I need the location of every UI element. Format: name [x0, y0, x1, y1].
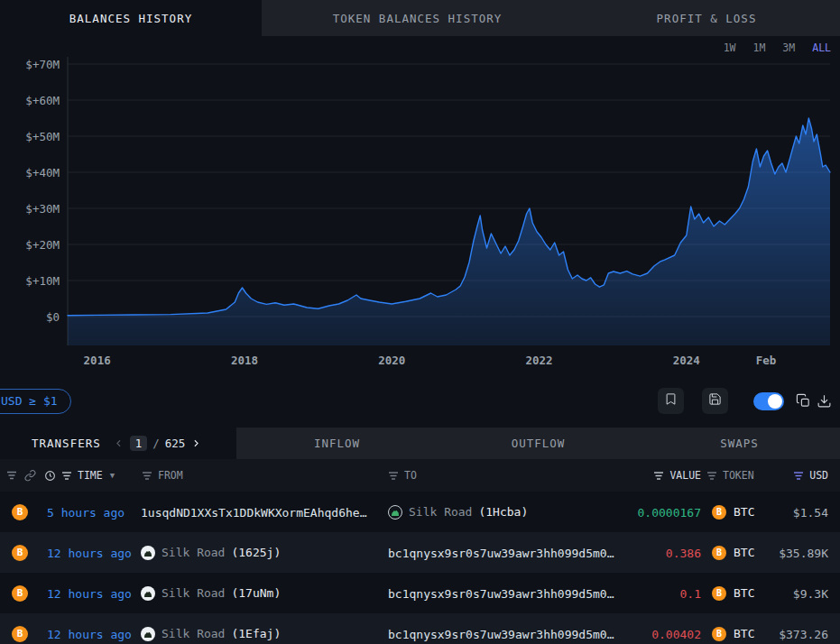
bookmark-icon: [664, 392, 678, 409]
table-row: B12 hours agoSilk Road(1625j)bc1qnysx9sr…: [0, 532, 840, 573]
bookmark-button[interactable]: [658, 388, 684, 414]
tab-profit-and-loss[interactable]: PROFIT & LOSS: [573, 0, 840, 36]
silk-road-icon: [388, 505, 402, 520]
top-tab-bar: BALANCES HISTORY TOKEN BALANCES HISTORY …: [0, 0, 840, 36]
next-page-icon[interactable]: [190, 437, 202, 449]
to-address-link[interactable]: bc1qnysx9sr0s7uw39awr3hh099d5m0…: [388, 586, 614, 600]
to-header-label: TO: [404, 469, 417, 482]
y-axis-tick-label: $+10M: [25, 274, 60, 288]
silk-road-icon: [141, 627, 155, 641]
usd-column-header[interactable]: USD: [793, 469, 828, 482]
chain-token-cell: B: [12, 504, 28, 520]
balance-history-chart[interactable]: $+70M$+60M$+50M$+40M$+30M$+20M$+10M$0201…: [0, 36, 840, 374]
from-cell: Silk Road(1625j): [141, 546, 281, 560]
save-button[interactable]: [702, 388, 728, 414]
link-icon[interactable]: [24, 470, 36, 482]
transfer-time-link[interactable]: 5 hours ago: [47, 505, 125, 519]
to-entity-tag: (1Hcba): [478, 505, 528, 519]
sort-funnel-icon: [706, 471, 717, 481]
time-column-header[interactable]: TIME ▼: [44, 469, 115, 482]
silk-road-icon: [141, 546, 155, 560]
token-cell: BBTC: [712, 586, 754, 601]
sort-funnel-icon-active: [793, 471, 804, 481]
tab-token-balances-history[interactable]: TOKEN BALANCES HISTORY: [262, 0, 573, 36]
token-cell: BBTC: [712, 627, 754, 641]
tab-outflow[interactable]: OUTFLOW: [438, 428, 639, 459]
total-pages: 625: [165, 437, 186, 450]
transfer-usd-value: $1.54: [793, 505, 828, 519]
balances-dashboard: BALANCES HISTORY TOKEN BALANCES HISTORY …: [0, 0, 840, 644]
prev-page-icon[interactable]: [113, 437, 125, 449]
from-cell: Silk Road(1Efaj): [141, 627, 281, 641]
sort-funnel-icon: [142, 471, 152, 481]
to-cell: Silk Road(1Hcba): [388, 505, 528, 520]
from-entity-link[interactable]: Silk Road: [162, 586, 225, 600]
from-entity-link[interactable]: Silk Road: [162, 627, 225, 640]
tab-inflow[interactable]: INFLOW: [236, 428, 438, 459]
chart-toggle-switch[interactable]: [753, 392, 784, 410]
token-cell: BBTC: [712, 505, 754, 520]
y-axis-tick-label: $+60M: [25, 94, 60, 107]
copy-button[interactable]: [796, 393, 811, 409]
y-axis-tick-label: $+20M: [25, 238, 60, 252]
page-separator: /: [152, 437, 160, 450]
from-header-label: FROM: [158, 469, 183, 482]
current-page: 1: [130, 436, 148, 451]
transfers-table-header: TIME ▼ FROM TO VALUE: [0, 459, 840, 492]
x-axis-tick-label: 2024: [673, 354, 700, 367]
transfer-time-link[interactable]: 12 hours ago: [47, 546, 132, 559]
btc-icon: B: [712, 505, 726, 520]
save-icon: [708, 392, 722, 409]
y-axis-tick-label: $+30M: [25, 202, 60, 216]
to-column-header[interactable]: TO: [388, 469, 417, 482]
token-label: BTC: [734, 546, 754, 559]
from-entity-link[interactable]: Silk Road: [162, 546, 225, 559]
token-label: BTC: [734, 627, 754, 640]
transfer-value: 0.0000167: [638, 505, 701, 519]
transfer-value: 0.00402: [651, 627, 701, 640]
from-address-link[interactable]: 1usqdND1XXsTx1DDkWKXormEAhqd6he…: [141, 505, 366, 519]
transfer-time-link[interactable]: 12 hours ago: [47, 586, 132, 600]
to-cell: bc1qnysx9sr0s7uw39awr3hh099d5m0…: [388, 627, 614, 640]
x-axis-tick-label: 2022: [525, 354, 552, 367]
token-label: BTC: [734, 586, 754, 600]
tab-balances-history[interactable]: BALANCES HISTORY: [0, 0, 262, 36]
to-address-link[interactable]: bc1qnysx9sr0s7uw39awr3hh099d5m0…: [388, 546, 614, 559]
value-column-header[interactable]: VALUE: [653, 469, 701, 482]
transfers-sub-tabs: INFLOW OUTFLOW SWAPS: [236, 428, 840, 459]
filter-icon[interactable]: [6, 471, 17, 481]
from-entity-tag: (17uNm): [231, 586, 281, 600]
silk-road-icon: [141, 586, 155, 601]
token-header-label: TOKEN: [723, 469, 754, 482]
toggle-knob: [768, 394, 782, 409]
chart-area-series: [68, 118, 830, 345]
btc-icon: B: [12, 585, 28, 602]
btc-icon: B: [12, 545, 28, 561]
from-column-header[interactable]: FROM: [142, 469, 183, 482]
table-row: B12 hours agoSilk Road(17uNm)bc1qnysx9sr…: [0, 573, 840, 613]
to-address-link[interactable]: bc1qnysx9sr0s7uw39awr3hh099d5m0…: [388, 627, 614, 640]
btc-icon: B: [12, 504, 28, 520]
btc-icon: B: [12, 626, 28, 642]
chevron-down-icon: ▼: [110, 471, 115, 480]
to-entity-link[interactable]: Silk Road: [409, 505, 472, 519]
table-row: B5 hours ago1usqdND1XXsTx1DDkWKXormEAhqd…: [0, 492, 840, 532]
token-cell: BBTC: [712, 546, 754, 560]
x-axis-tick-label: 2016: [84, 354, 111, 367]
transfer-time-link[interactable]: 12 hours ago: [47, 627, 132, 640]
transfer-usd-value: $35.89K: [779, 546, 828, 559]
x-axis-tick-label: 2018: [231, 354, 258, 367]
tab-swaps[interactable]: SWAPS: [639, 428, 840, 459]
from-cell: Silk Road(17uNm): [141, 586, 281, 601]
usd-filter-chip[interactable]: USD ≥ $1: [0, 389, 71, 414]
download-button[interactable]: [817, 393, 832, 409]
token-column-header[interactable]: TOKEN: [706, 469, 754, 482]
btc-icon: B: [712, 546, 726, 560]
value-header-label: VALUE: [669, 469, 701, 482]
transfer-value: 0.386: [666, 546, 701, 559]
tab-transfers[interactable]: TRANSFERS: [32, 437, 101, 450]
chart-toolbar: [658, 388, 832, 414]
chain-token-cell: B: [12, 626, 28, 642]
x-axis-tick-label: 2020: [378, 354, 405, 367]
chain-token-cell: B: [12, 545, 28, 561]
